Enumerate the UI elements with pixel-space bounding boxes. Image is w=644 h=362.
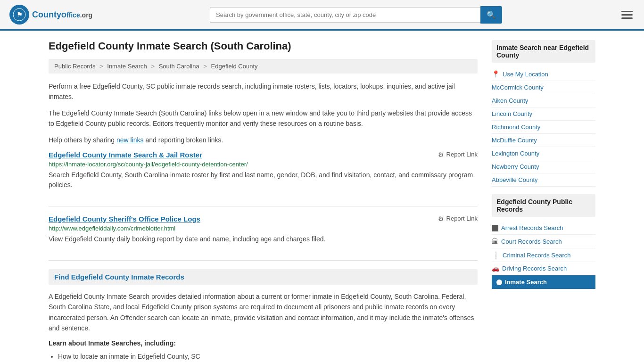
breadcrumb-edgefield-county[interactable]: Edgefield County xyxy=(211,63,258,70)
sidebar-item-arrest-records: Arrest Records Search xyxy=(492,222,595,235)
sidebar-item-aiken: Aiken County xyxy=(492,94,595,107)
hamburger-line xyxy=(621,14,633,16)
hamburger-line xyxy=(621,17,633,19)
logo-area: ⚑ CountyOffice.org xyxy=(9,5,92,25)
link-url-2: http://www.edgefielddaily.com/crimeblott… xyxy=(49,225,478,232)
inmate-search-icon xyxy=(496,280,502,285)
link-desc-1: Search Edgefield County, South Carolina … xyxy=(49,170,478,190)
bullet-item-1: How to locate an inmate in Edgefield Cou… xyxy=(58,351,478,362)
use-my-location-link[interactable]: Use My Location xyxy=(503,71,548,78)
court-records-link[interactable]: Court Records Search xyxy=(501,238,562,245)
page-title: Edgefield County Inmate Search (South Ca… xyxy=(49,40,478,52)
location-icon: 📍 xyxy=(492,70,500,78)
sidebar-item-court-records: 🏛 Court Records Search xyxy=(492,235,595,248)
sidebar-item-mcduffie: McDuffie County xyxy=(492,134,595,147)
sidebar-public-records-links: Arrest Records Search 🏛 Court Records Se… xyxy=(492,222,595,275)
sidebar-item-abbeville: Abbeville County xyxy=(492,173,595,187)
hamburger-menu-button[interactable] xyxy=(619,9,635,21)
link-card-2: Edgefield County Sheriff's Office Police… xyxy=(49,215,478,249)
criminal-records-icon: ❕ xyxy=(492,251,500,259)
bullet-list: How to locate an inmate in Edgefield Cou… xyxy=(58,351,478,362)
intro-3-post: and reporting broken links. xyxy=(144,136,223,144)
content-area: Edgefield County Inmate Search (South Ca… xyxy=(49,40,478,362)
intro-paragraph-2: The Edgefield County Inmate Search (Sout… xyxy=(49,108,478,129)
sidebar-item-lincoln: Lincoln County xyxy=(492,107,595,121)
mccormick-county-link[interactable]: McCormick County xyxy=(492,84,544,91)
intro-3-pre: Help others by sharing xyxy=(49,136,116,144)
sidebar-public-records-title: Edgefield County Public Records xyxy=(492,194,595,217)
breadcrumb-sep: > xyxy=(203,63,207,70)
learn-title: Learn about Inmate Searches, including: xyxy=(49,339,478,347)
search-area: 🔍 xyxy=(210,6,502,24)
sidebar-nearby-title: Inmate Search near Edgefield County xyxy=(492,40,595,63)
main-container: Edgefield County Inmate Search (South Ca… xyxy=(39,31,605,362)
sidebar-item-driving-records: 🚗 Driving Records Search xyxy=(492,262,595,275)
search-button[interactable]: 🔍 xyxy=(480,6,502,24)
link-card-1-title[interactable]: Edgefield County Inmate Search & Jail Ro… xyxy=(49,151,202,159)
sidebar-item-newberry: Newberry County xyxy=(492,160,595,173)
driving-records-icon: 🚗 xyxy=(492,265,499,272)
aiken-county-link[interactable]: Aiken County xyxy=(492,97,528,104)
logo-text: CountyOffice.org xyxy=(32,10,92,20)
breadcrumb-south-carolina[interactable]: South Carolina xyxy=(159,63,199,70)
breadcrumb-sep: > xyxy=(99,63,103,70)
breadcrumb-public-records[interactable]: Public Records xyxy=(54,63,95,70)
arrest-records-link[interactable]: Arrest Records Search xyxy=(501,224,563,231)
report-link-label-2: Report Link xyxy=(446,215,478,222)
link-url-1: https://inmate-locator.org/sc/county-jai… xyxy=(49,161,478,168)
mcduffie-county-link[interactable]: McDuffie County xyxy=(492,137,537,144)
new-links-link[interactable]: new links xyxy=(116,136,144,144)
driving-records-link[interactable]: Driving Records Search xyxy=(502,265,567,272)
criminal-records-link[interactable]: Criminal Records Search xyxy=(503,252,571,259)
sidebar: Inmate Search near Edgefield County 📍 Us… xyxy=(492,40,595,362)
sidebar-inmate-search-highlight[interactable]: Inmate Search xyxy=(492,275,595,289)
svg-text:⚑: ⚑ xyxy=(17,11,23,18)
find-records-body: A Edgefield County Inmate Search provide… xyxy=(49,291,478,334)
richmond-county-link[interactable]: Richmond County xyxy=(492,123,540,131)
abbeville-county-link[interactable]: Abbeville County xyxy=(492,176,538,183)
breadcrumb-inmate-search[interactable]: Inmate Search xyxy=(107,63,147,70)
breadcrumb: Public Records > Inmate Search > South C… xyxy=(49,59,478,74)
sidebar-nearby-links: 📍 Use My Location McCormick County Aiken… xyxy=(492,67,595,187)
sidebar-item-mccormick: McCormick County xyxy=(492,81,595,94)
report-icon-2: ⚙ xyxy=(438,215,444,222)
search-input[interactable] xyxy=(210,7,480,23)
arrest-records-icon xyxy=(492,225,498,231)
report-link-button-2[interactable]: ⚙ Report Link xyxy=(438,215,478,222)
find-records-section: Find Edgefield County Inmate Records xyxy=(49,269,478,285)
link-card-2-title[interactable]: Edgefield County Sheriff's Office Police… xyxy=(49,215,200,223)
sidebar-item-lexington: Lexington County xyxy=(492,147,595,160)
intro-paragraph-1: Perform a free Edgefield County, SC publ… xyxy=(49,81,478,102)
section-divider-2 xyxy=(49,260,478,261)
inmate-search-link[interactable]: Inmate Search xyxy=(505,279,547,286)
report-link-label-1: Report Link xyxy=(446,151,478,158)
logo-icon: ⚑ xyxy=(9,5,29,25)
intro-paragraph-3: Help others by sharing new links and rep… xyxy=(49,135,478,145)
report-icon-1: ⚙ xyxy=(438,151,444,158)
find-records-title: Find Edgefield County Inmate Records xyxy=(54,273,184,281)
sidebar-item-richmond: Richmond County xyxy=(492,121,595,134)
link-card-2-header: Edgefield County Sheriff's Office Police… xyxy=(49,215,478,223)
link-card-1-header: Edgefield County Inmate Search & Jail Ro… xyxy=(49,151,478,159)
sidebar-item-use-my-location: 📍 Use My Location xyxy=(492,67,595,81)
breadcrumb-sep: > xyxy=(151,63,155,70)
site-header: ⚑ CountyOffice.org 🔍 xyxy=(0,0,644,31)
newberry-county-link[interactable]: Newberry County xyxy=(492,163,539,170)
link-card-1: Edgefield County Inmate Search & Jail Ro… xyxy=(49,151,478,195)
report-link-button-1[interactable]: ⚙ Report Link xyxy=(438,151,478,158)
hamburger-line xyxy=(621,11,633,12)
lincoln-county-link[interactable]: Lincoln County xyxy=(492,110,532,117)
court-records-icon: 🏛 xyxy=(492,238,498,245)
section-divider-1 xyxy=(49,206,478,206)
lexington-county-link[interactable]: Lexington County xyxy=(492,150,539,157)
sidebar-item-criminal-records: ❕ Criminal Records Search xyxy=(492,248,595,262)
link-desc-2: View Edgefield County daily booking repo… xyxy=(49,234,478,244)
